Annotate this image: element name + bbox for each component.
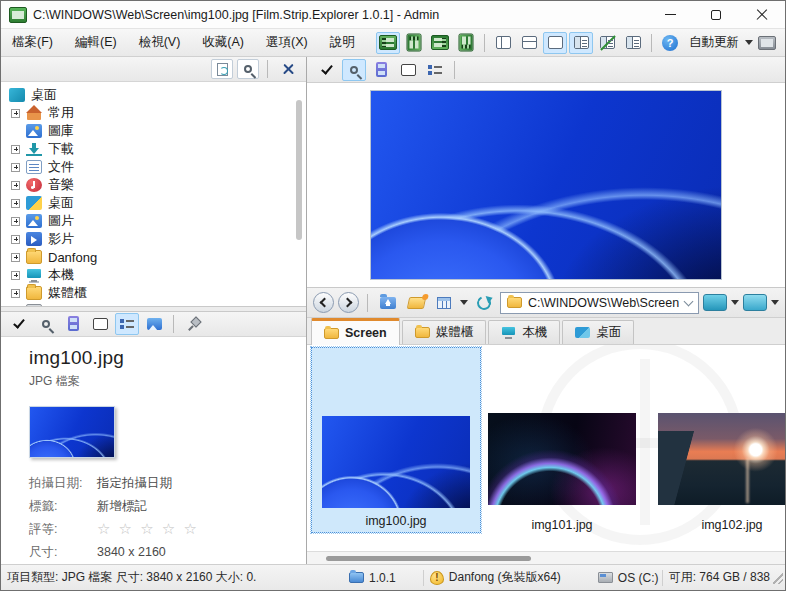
tree-item-home[interactable]: 常用 [1,104,306,122]
frame-view-button[interactable] [396,59,420,81]
tree-item-music[interactable]: 音樂 [1,176,306,194]
tree-item-downloads[interactable]: 下載 [1,140,306,158]
pin-panel-button[interactable] [181,313,205,335]
expand-icon[interactable] [11,253,20,262]
expand-icon[interactable] [11,109,20,118]
tree-item-desktop[interactable]: 桌面 [1,194,306,212]
field-value[interactable]: 新增標記 [97,498,147,515]
zoom-view-button[interactable] [34,313,58,335]
folder-up-button[interactable] [376,292,400,314]
auto-update-caret-icon[interactable] [745,40,753,45]
open-folder-button[interactable] [404,292,428,314]
tree-item-desktop-root[interactable]: 桌面 [1,86,306,104]
horizontal-scrollbar[interactable] [307,551,785,564]
back-button[interactable] [313,292,334,313]
tab-screen[interactable]: Screen [311,318,400,345]
filmstrip-view-button[interactable] [61,313,85,335]
minimize-button[interactable] [647,1,693,28]
zoom-view-button[interactable] [342,59,366,81]
close-tree-button[interactable] [276,58,300,80]
details-view-button[interactable] [115,313,139,335]
tree-item-pictures[interactable]: 圖片 [1,212,306,230]
tab-label: 媒體櫃 [436,324,474,341]
tree-item-documents[interactable]: 文件 [1,158,306,176]
help-button[interactable]: ? [658,32,682,54]
auto-update-label[interactable]: 自動更新 [689,34,739,51]
menu-help[interactable]: 說明 [319,29,366,56]
preview-image[interactable] [370,90,722,280]
tree-item-danfong[interactable]: Danfong [1,248,306,266]
refresh-tree-button[interactable] [211,59,233,79]
refresh-button[interactable] [472,292,496,314]
tree-panel-off-button[interactable] [595,32,619,54]
tree-item-this-pc[interactable]: 本機 [1,266,306,284]
display-caret-1-icon[interactable] [731,300,739,305]
menu-edit[interactable]: 編輯(E) [64,29,128,56]
menu-view[interactable]: 檢視(V) [128,29,192,56]
expand-icon[interactable] [11,181,20,190]
screenshot-button[interactable] [755,32,779,54]
scrollbar-thumb[interactable] [326,556,531,561]
folder-icon [26,250,42,264]
tree-panel-button[interactable] [569,32,593,54]
computer-icon [501,327,516,339]
display-caret-2-icon[interactable] [771,300,779,305]
maximize-button[interactable] [693,1,739,28]
filmstrip-top-button[interactable] [402,32,426,54]
computer-icon [26,268,42,282]
expand-icon[interactable] [11,199,20,208]
tree-item-libraries[interactable]: 媒體櫃 [1,284,306,302]
view-mode-button[interactable] [432,292,456,314]
expand-icon[interactable] [11,235,20,244]
tree-item-label: 桌面 [31,86,57,104]
image-view-button[interactable] [142,313,166,335]
tree-item-gallery[interactable]: 圖庫 [1,122,306,140]
filmstrip-bottom-button[interactable] [428,32,452,54]
detail-panel-button[interactable] [621,32,645,54]
expand-icon[interactable] [11,145,20,154]
expand-icon[interactable] [11,163,20,172]
display-button-1[interactable] [703,294,727,311]
search-folder-button[interactable] [237,59,259,79]
field-dimensions: 尺寸: 3840 x 2160 [29,541,306,564]
close-button[interactable] [739,1,785,28]
tree-item-ventoy[interactable]: Ventoy 512G (I:) [1,302,306,305]
view-mode-caret-icon[interactable] [460,300,468,305]
single-pane-button[interactable] [543,32,567,54]
split-horizontal-button[interactable] [517,32,541,54]
display-button-2[interactable] [743,294,767,311]
expand-icon[interactable] [11,217,20,226]
tab-libraries[interactable]: 媒體櫃 [402,320,487,344]
details-view-button[interactable] [423,59,447,81]
expand-icon[interactable] [11,271,20,280]
split-vertical-button[interactable] [491,32,515,54]
filmstrip-view-button[interactable] [369,59,393,81]
select-button[interactable] [7,313,31,335]
tree-scrollbar[interactable] [296,100,302,240]
filmstrip-left-button[interactable] [376,32,400,54]
filmstrip-icon [376,62,387,77]
chevron-down-icon[interactable] [684,296,694,306]
field-value[interactable]: 指定拍攝日期 [97,475,172,492]
filmstrip-right-button[interactable] [454,32,478,54]
select-button[interactable] [315,59,339,81]
path-combobox[interactable]: C:\WINDOWS\Web\Screen\ [500,292,699,314]
tab-this-pc[interactable]: 本機 [488,320,560,344]
menu-bar: 檔案(F) 編輯(E) 檢視(V) 收藏(A) 選項(X) 說明 ? 自動更新 [1,29,785,57]
expand-icon[interactable] [11,289,20,298]
tree-item-videos[interactable]: 影片 [1,230,306,248]
rating-stars[interactable]: ☆ ☆ ☆ ☆ ☆ [97,520,199,538]
file-tile[interactable]: img101.jpg [488,413,636,532]
file-tile[interactable]: img102.jpg [658,413,785,532]
tab-desktop[interactable]: 桌面 [562,320,634,344]
menu-file[interactable]: 檔案(F) [1,29,64,56]
tree-panel-icon [574,36,589,49]
info-thumbnail[interactable] [29,406,115,458]
tab-label: 桌面 [596,324,621,341]
forward-button[interactable] [338,292,359,313]
frame-view-button[interactable] [88,313,112,335]
file-tile-selected[interactable]: img100.jpg [311,347,481,533]
menu-options[interactable]: 選項(X) [255,29,319,56]
menu-favorites[interactable]: 收藏(A) [191,29,255,56]
resize-grip[interactable] [773,572,783,584]
